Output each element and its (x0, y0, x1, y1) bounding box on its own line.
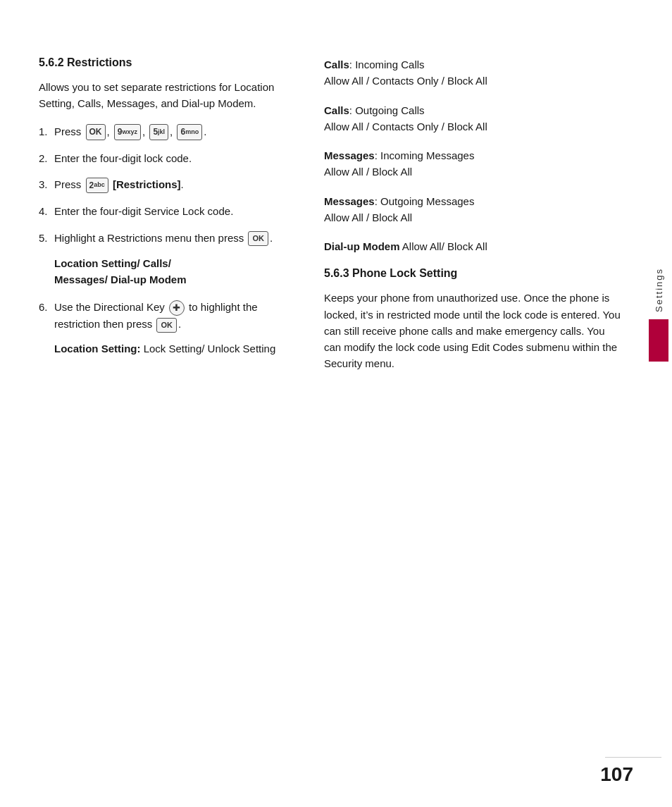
sub-label-5: Location Setting/ Calls/Messages/ Dial-u… (54, 256, 289, 288)
step-1-content: Press OK, 9wxyz, 5jkl, 6mno. (54, 123, 289, 140)
sidebar-bar (649, 319, 668, 362)
messages-outgoing-label: Messages (324, 195, 375, 207)
sub-label-6: Dial-up Modem Location Setting: Lock Set… (54, 343, 289, 355)
step-3: 3. Press 2abc [Restrictions]. (39, 176, 289, 193)
calls-outgoing-text: Calls: Outgoing Calls (324, 102, 624, 118)
messages-incoming-text: Messages: Incoming Messages (324, 147, 624, 164)
step-6-num: 6. (39, 299, 54, 315)
location-setting-options: Lock Setting/ Unlock Setting (144, 343, 276, 355)
calls-outgoing-item: Calls: Outgoing Calls Allow All / Contac… (324, 102, 624, 135)
left-column: 5.6.2 Restrictions Allows you to set sep… (0, 56, 310, 765)
location-setting-bold: Location Setting: (54, 343, 144, 355)
key-6mno: 6mno (177, 124, 202, 140)
step-5-content: Highlight a Restrictions menu then press… (54, 230, 289, 247)
dialup-options: Allow All/ Block All (400, 240, 487, 252)
messages-incoming-item: Messages: Incoming Messages Allow All / … (324, 147, 624, 180)
right-column: Calls: Incoming Calls Allow All / Contac… (310, 56, 645, 765)
dialup-text: Dial-up Modem Allow All/ Block All (324, 238, 624, 254)
step-2-content: Enter the four-digit lock code. (54, 150, 289, 166)
messages-outgoing-options: Allow All / Block All (324, 209, 624, 226)
key-ok-6: OK (156, 318, 177, 333)
sub-label-5-text: Location Setting/ Calls/Messages/ Dial-u… (54, 256, 289, 288)
step-2-num: 2. (39, 150, 54, 166)
calls-outgoing-label: Calls (324, 104, 349, 116)
step-4-content: Enter the four-digit Service Lock code. (54, 203, 289, 219)
calls-incoming-colon: : Incoming Calls (349, 58, 425, 70)
messages-incoming-options: Allow All / Block All (324, 164, 624, 180)
dialup-label: Dial-up Modem (324, 240, 400, 252)
messages-outgoing-text: Messages: Outgoing Messages (324, 193, 624, 209)
step-1: 1. Press OK, 9wxyz, 5jkl, 6mno. (39, 123, 289, 140)
calls-incoming-options: Allow All / Contacts Only / Block All (324, 73, 624, 89)
step-1-num: 1. (39, 123, 54, 140)
calls-incoming-item: Calls: Incoming Calls Allow All / Contac… (324, 56, 624, 90)
phone-lock-body: Keeps your phone from unauthorized use. … (324, 290, 624, 371)
messages-outgoing-item: Messages: Outgoing Messages Allow All / … (324, 193, 624, 226)
key-5jkl: 5jkl (149, 124, 168, 140)
step-6-content: Use the Directional Key ✚ to highlight t… (54, 299, 289, 333)
sidebar-label: Settings (654, 268, 664, 312)
messages-outgoing-colon: : Outgoing Messages (375, 195, 475, 207)
calls-outgoing-options: Allow All / Contacts Only / Block All (324, 118, 624, 135)
step-3-num: 3. (39, 176, 54, 192)
key-2abc: 2abc (86, 178, 108, 194)
step-2: 2. Enter the four-digit lock code. (39, 150, 289, 166)
step-4: 4. Enter the four-digit Service Lock cod… (39, 203, 289, 219)
messages-incoming-label: Messages (324, 149, 375, 161)
key-9wxyz: 9wxyz (114, 124, 141, 140)
messages-incoming-colon: : Incoming Messages (375, 149, 475, 161)
step-3-content: Press 2abc [Restrictions]. (54, 176, 289, 193)
divider-line (605, 757, 661, 758)
step-6: 6. Use the Directional Key ✚ to highligh… (39, 299, 289, 333)
calls-incoming-label: Calls (324, 58, 349, 70)
intro-text: Allows you to set separate restrictions … (39, 79, 289, 112)
key-dir: ✚ (169, 300, 185, 316)
page-container: 5.6.2 Restrictions Allows you to set sep… (0, 0, 672, 807)
calls-incoming-text: Calls: Incoming Calls (324, 56, 624, 73)
section-title-phone-lock: 5.6.3 Phone Lock Setting (324, 267, 624, 280)
sidebar: Settings (645, 56, 672, 765)
key-ok-5: OK (248, 231, 268, 246)
step-5: 5. Highlight a Restrictions menu then pr… (39, 230, 289, 247)
dialup-item: Dial-up Modem Allow All/ Block All (324, 238, 624, 254)
key-ok-1: OK (86, 124, 106, 140)
step-5-num: 5. (39, 230, 54, 246)
step-4-num: 4. (39, 203, 54, 219)
page-number: 107 (600, 763, 633, 786)
calls-outgoing-colon: : Outgoing Calls (349, 104, 425, 116)
section-title-restrictions: 5.6.2 Restrictions (39, 56, 289, 69)
